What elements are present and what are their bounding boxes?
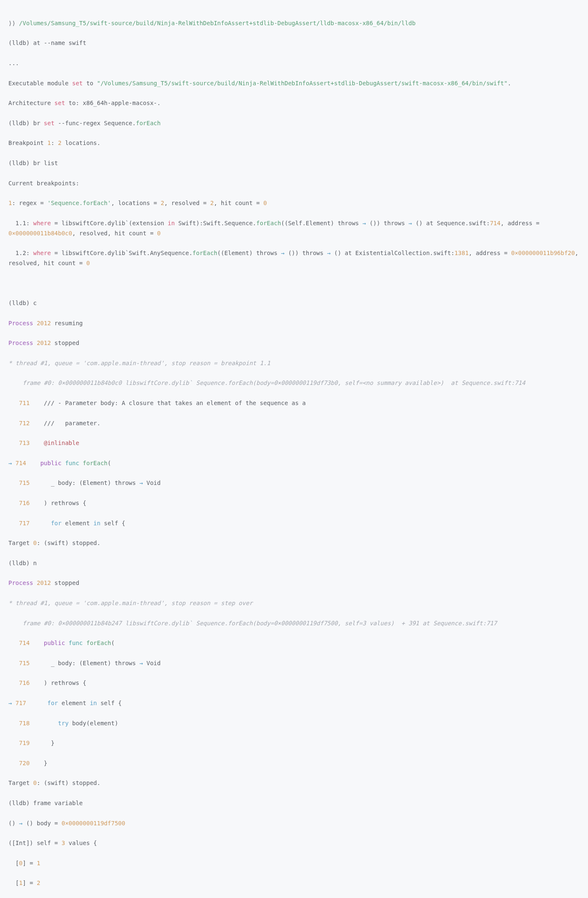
target-stopped-1: Target 0: (swift) stopped. <box>8 538 580 548</box>
src-711: 711 /// - Parameter body: A closure that… <box>8 398 580 408</box>
curr-bp: Current breakpoints: <box>8 179 580 189</box>
frame-2: frame #0: 0×000000011b84b247 libswiftCor… <box>8 619 580 629</box>
cmd-br-list: (lldb) br list <box>8 158 580 169</box>
src2-720: 720 } <box>8 758 580 769</box>
arch-set: Architecture set to: x86_64h-apple-macos… <box>8 98 580 108</box>
bp-1.1: 1.1: where = libswiftCore.dylib`(extensi… <box>8 219 580 239</box>
src-715: 715 _ body: (Element) throws → Void <box>8 478 580 488</box>
cmd-n-1: (lldb) n <box>8 558 580 569</box>
current-line-arrow: → <box>8 460 16 466</box>
fv-i1: [1] = 2 <box>8 878 580 888</box>
fv-i0: [0] = 1 <box>8 858 580 869</box>
current-line-arrow: → <box>8 700 16 706</box>
frame-1: frame #0: 0×000000011b84b0c0 libswiftCor… <box>8 378 580 388</box>
terminal-output: ⟩⟩ /Volumes/Samsung_T5/swift-source/buil… <box>0 0 588 898</box>
exec-module: Executable module set to "/Volumes/Samsu… <box>8 79 580 89</box>
cmd-br-set: (lldb) br set --func-regex Sequence.forE… <box>8 119 580 129</box>
target-stopped-2: Target 0: (swift) stopped. <box>8 778 580 788</box>
cmd-c: (lldb) c <box>8 298 580 308</box>
src-716: 716 ) rethrows { <box>8 498 580 508</box>
src-717: 717 for element in self { <box>8 519 580 529</box>
fv-self: ([Int]) self = 3 values { <box>8 838 580 848</box>
bp-1: 1: regex = 'Sequence.forEach', locations… <box>8 198 580 208</box>
ellipsis: ... <box>8 58 580 68</box>
proc-stopped-2: Process 2012 stopped <box>8 578 580 588</box>
bp-count: Breakpoint 1: 2 locations. <box>8 138 580 148</box>
thread-2: * thread #1, queue = 'com.apple.main-thr… <box>8 598 580 608</box>
src2-719: 719 } <box>8 738 580 748</box>
fv-body: () → () body = 0×0000000119df7500 <box>8 819 580 829</box>
src2-718: 718 try body(element) <box>8 719 580 729</box>
src-713: 713 @inlinable <box>8 438 580 448</box>
src-714: → 714 public func forEach( <box>8 458 580 469</box>
thread-1: * thread #1, queue = 'com.apple.main-thr… <box>8 358 580 369</box>
src2-717: → 717 for element in self { <box>8 698 580 708</box>
cmd-frame-var: (lldb) frame variable <box>8 798 580 808</box>
bp-1.2: 1.2: where = libswiftCore.dylib`Swift.An… <box>8 248 580 269</box>
src-712: 712 /// parameter. <box>8 419 580 429</box>
cmd-launch: ⟩⟩ /Volumes/Samsung_T5/swift-source/buil… <box>8 18 580 29</box>
src2-714: 714 public func forEach( <box>8 638 580 648</box>
src2-716: 716 ) rethrows { <box>8 678 580 688</box>
src2-715: 715 _ body: (Element) throws → Void <box>8 658 580 669</box>
blank <box>8 279 580 289</box>
cmd-at: (lldb) at --name swift <box>8 38 580 48</box>
proc-stopped-1: Process 2012 stopped <box>8 338 580 348</box>
proc-resuming: Process 2012 resuming <box>8 319 580 329</box>
